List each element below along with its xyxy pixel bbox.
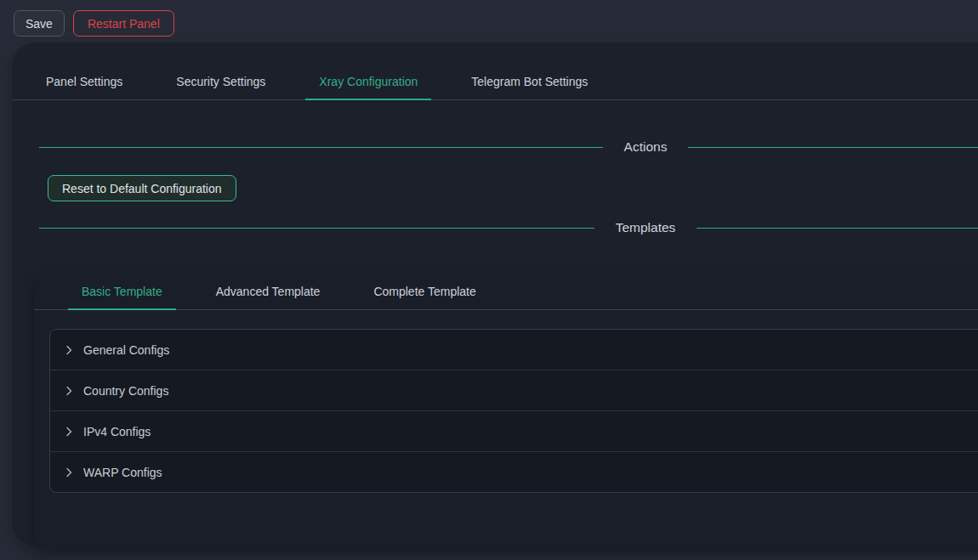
actions-divider-label: Actions <box>624 139 668 155</box>
page: { "toolbar": { "save": "Save", "restart"… <box>0 0 978 560</box>
divider-line <box>39 228 594 229</box>
collapse-ipv4-configs-header[interactable]: IPv4 Configs <box>50 411 978 451</box>
collapse-warp-configs: WARP Configs <box>50 451 978 492</box>
chevron-right-icon <box>64 427 74 437</box>
actions-divider: Actions <box>39 138 978 156</box>
template-tabs: Basic Template Advanced Template Complet… <box>34 274 978 310</box>
collapse-label: General Configs <box>83 343 169 357</box>
collapse-country-configs: Country Configs <box>50 370 978 410</box>
tab-telegram-bot-settings[interactable]: Telegram Bot Settings <box>458 65 601 99</box>
divider-line <box>688 147 978 148</box>
tab-panel-settings[interactable]: Panel Settings <box>32 65 136 99</box>
collapse-country-configs-header[interactable]: Country Configs <box>50 371 978 410</box>
collapse-label: Country Configs <box>83 384 168 398</box>
restart-panel-button[interactable]: Restart Panel <box>73 10 174 37</box>
tab-complete-template[interactable]: Complete Template <box>360 274 489 309</box>
collapse-label: IPv4 Configs <box>83 425 151 438</box>
settings-card: Panel Settings Security Settings Xray Co… <box>12 42 978 546</box>
chevron-right-icon <box>64 467 74 478</box>
divider-line <box>697 228 978 229</box>
save-button[interactable]: Save <box>14 10 65 37</box>
collapse-general-configs: General Configs <box>50 330 978 370</box>
templates-divider-label: Templates <box>616 220 676 235</box>
collapse-ipv4-configs: IPv4 Configs <box>50 410 978 451</box>
tab-security-settings[interactable]: Security Settings <box>162 65 279 99</box>
tab-xray-configuration[interactable]: Xray Configuration <box>305 65 431 99</box>
chevron-right-icon <box>64 345 74 355</box>
collapse-warp-configs-header[interactable]: WARP Configs <box>50 452 978 492</box>
top-toolbar: Save Restart Panel <box>0 0 978 42</box>
divider-line <box>39 147 603 148</box>
reset-to-default-button[interactable]: Reset to Default Configuration <box>48 175 236 201</box>
chevron-right-icon <box>64 386 74 396</box>
templates-card: Basic Template Advanced Template Complet… <box>34 274 978 548</box>
collapse-label: WARP Configs <box>83 466 162 479</box>
templates-divider: Templates <box>39 218 978 237</box>
configs-collapse: General Configs Country Configs <box>49 329 978 493</box>
tab-advanced-template[interactable]: Advanced Template <box>202 274 334 309</box>
settings-tabs: Panel Settings Security Settings Xray Co… <box>12 65 978 100</box>
collapse-general-configs-header[interactable]: General Configs <box>50 330 978 370</box>
tab-basic-template[interactable]: Basic Template <box>68 274 176 309</box>
